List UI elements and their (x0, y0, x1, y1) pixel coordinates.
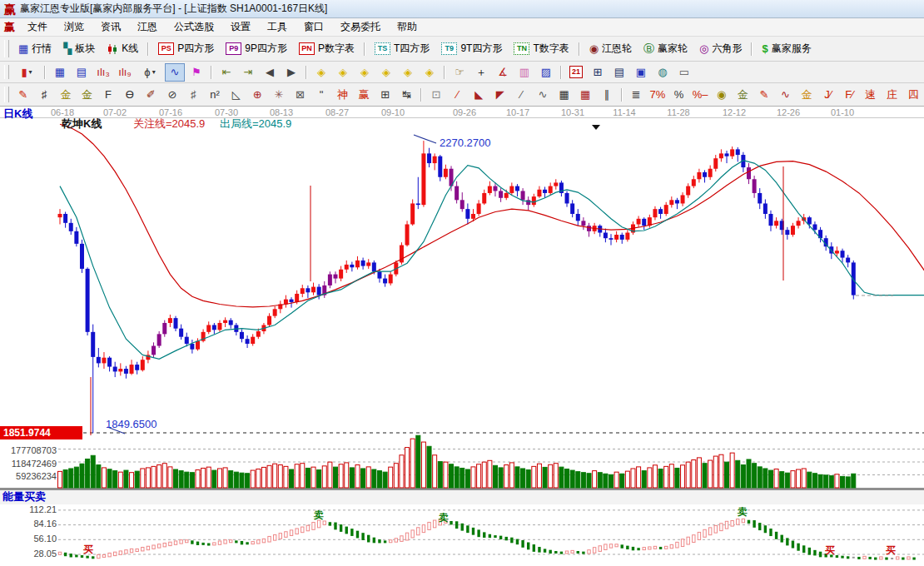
buy-signal-label: 买 (886, 545, 896, 556)
date-tick-06-18: 06-18 (46, 107, 79, 117)
oscillator-scale-4: 28.05 (20, 549, 57, 559)
sell-signal-label: 卖 (314, 510, 324, 521)
app-window: 赢 赢家江恩专业版[赢家内部服务平台] - [上证指数 SH1A0001-167… (0, 0, 924, 566)
overlay-kline-label: 乾坤K线 (62, 118, 102, 130)
oscillator-scale-3: 56.10 (20, 534, 57, 544)
peak-price-annotation: 2270.2700 (440, 137, 490, 149)
date-tick-09-10: 09-10 (376, 107, 410, 117)
date-tick-10-17: 10-17 (501, 107, 534, 117)
date-tick-07-02: 07-02 (98, 107, 132, 117)
period-panel-label[interactable]: 日K线 (3, 108, 32, 120)
date-tick-11-28: 11-28 (662, 107, 695, 117)
volume-scale-1: 177708703 (7, 445, 57, 455)
date-tick-12-12: 12-12 (718, 107, 751, 117)
date-tick-12-26: 12-26 (772, 107, 805, 117)
oscillator-scale-1: 112.21 (20, 504, 57, 514)
low-price-annotation: 1849.6500 (106, 419, 156, 430)
current-price-badge: 1851.9744 (0, 426, 82, 439)
date-tick-09-26: 09-26 (448, 107, 481, 117)
volume-scale-2: 118472469 (7, 459, 57, 469)
buy-signal-label: 买 (825, 545, 835, 556)
date-tick-08-13: 08-13 (265, 107, 298, 117)
sell-signal-label: 卖 (738, 507, 748, 518)
date-tick-07-16: 07-16 (154, 107, 187, 117)
buy-signal-label: 买 (83, 544, 93, 555)
attention-line-label: 关注线=2045.9 (133, 118, 205, 130)
date-tick-07-30: 07-30 (210, 107, 243, 117)
chart-canvas (0, 0, 924, 566)
oscillator-panel-label[interactable]: 能量买卖 (2, 491, 46, 503)
date-tick-01-10: 01-10 (826, 107, 859, 117)
date-tick-08-27: 08-27 (320, 107, 354, 117)
date-tick-10-31: 10-31 (556, 107, 589, 117)
sell-signal-label: 卖 (439, 513, 449, 524)
date-tick-11-14: 11-14 (608, 107, 641, 117)
oscillator-scale-2: 84.16 (20, 519, 57, 529)
volume-scale-3: 59236234 (7, 471, 57, 481)
exit-line-label: 出局线=2045.9 (220, 118, 291, 130)
